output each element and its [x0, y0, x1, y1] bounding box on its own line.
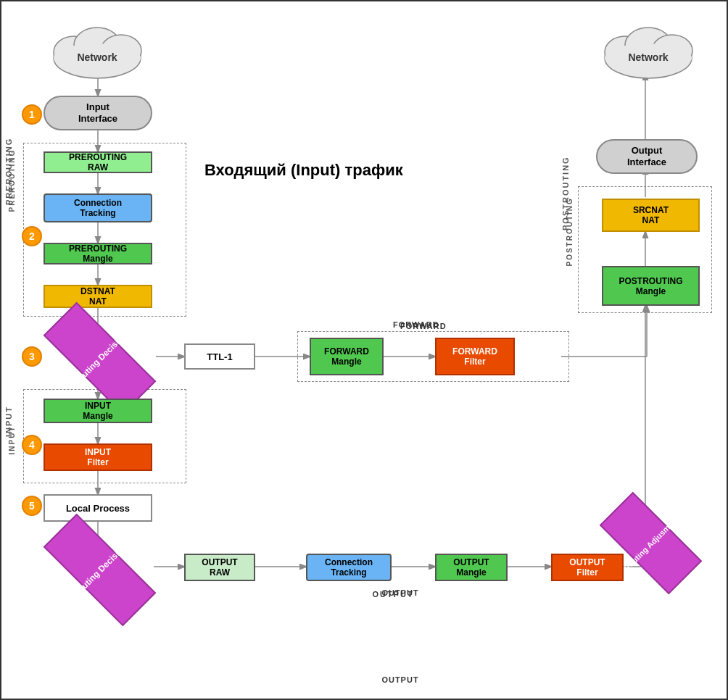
routing-decision-bottom: Routing Decision	[44, 546, 156, 593]
badge-3: 3	[22, 346, 42, 367]
network-left-cloud: Network	[41, 14, 154, 80]
output-interface: Output Interface	[596, 139, 698, 174]
input-interface: Input Interface	[44, 96, 152, 130]
dstnat-nat: DSTNAT NAT	[44, 285, 152, 308]
diagram: PREROUTING INPUT OUTPUT POSTROUTING FORW…	[0, 0, 728, 700]
badge-5: 5	[22, 496, 42, 516]
routing-decision-3: Routing Decision	[44, 335, 156, 382]
postrouting-vertical-label: POSTROUTING	[566, 197, 574, 266]
input-vertical-label: INPUT	[8, 426, 16, 455]
srcnat-nat: SRCNAT NAT	[602, 199, 700, 232]
output-interface-label: Output Interface	[627, 145, 666, 167]
local-process: Local Process	[44, 494, 152, 522]
network-right-cloud: Network	[592, 14, 705, 80]
input-mangle: INPUT Mangle	[44, 399, 152, 423]
connection-tracking-pre: Connection Tracking	[44, 193, 152, 222]
input-filter: INPUT Filter	[44, 443, 152, 471]
badge-2: 2	[22, 226, 42, 246]
svg-text:Network: Network	[628, 51, 668, 63]
prerouting-mangle: PREROUTING Mangle	[44, 243, 152, 264]
output-mangle: OUTPUT Mangle	[435, 554, 508, 581]
badge-4: 4	[22, 435, 42, 455]
badge-1: 1	[22, 104, 42, 125]
output-label: OUTPUT	[291, 675, 509, 684]
routing-adjusment: Routing Adjusment	[602, 520, 700, 567]
input-interface-label: Input Interface	[78, 101, 117, 124]
main-title: Входящий (Input) трафик	[204, 161, 403, 180]
postrouting-mangle: POSTROUTING Mangle	[602, 266, 700, 306]
forward-section-label: FORWARD	[400, 322, 447, 330]
output-raw: OUTPUT RAW	[184, 554, 255, 581]
forward-filter: FORWARD Filter	[435, 338, 515, 375]
prerouting-vertical-label: PREROUTING	[8, 149, 16, 212]
prerouting-raw: PREROUTING RAW	[44, 151, 152, 173]
forward-mangle: FORWARD Mangle	[310, 338, 384, 375]
ttl-minus1: TTL-1	[184, 343, 255, 370]
svg-text:Network: Network	[77, 51, 117, 63]
output-section-label: OUTPUT	[313, 590, 473, 599]
connection-tracking-out: Connection Tracking	[306, 554, 392, 581]
